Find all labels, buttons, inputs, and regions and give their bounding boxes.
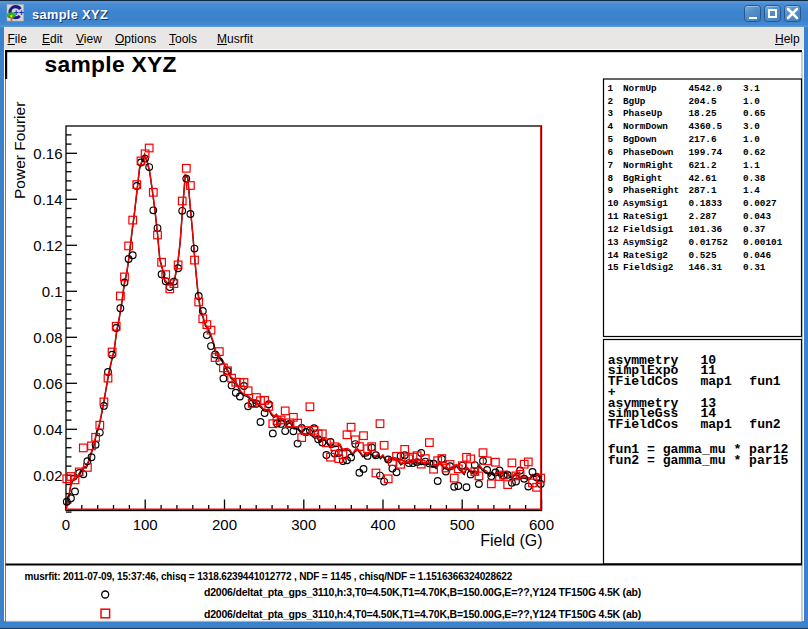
svg-text:map1: map1 <box>700 374 732 389</box>
svg-text:PhaseUp: PhaseUp <box>623 108 663 119</box>
svg-text:fun2: fun2 <box>749 417 781 432</box>
svg-text:15: 15 <box>608 262 620 273</box>
svg-text:400: 400 <box>370 516 395 533</box>
svg-text:13: 13 <box>608 237 620 248</box>
svg-text:d2006/deltat_pta_gps_3110,h:4,: d2006/deltat_pta_gps_3110,h:4,T0=4.50K,T… <box>204 608 641 620</box>
svg-text:Power Fourier: Power Fourier <box>11 102 28 199</box>
svg-text:0.65: 0.65 <box>743 108 766 119</box>
svg-text:AsymSig1: AsymSig1 <box>623 198 668 209</box>
svg-text:4: 4 <box>608 121 614 132</box>
svg-text:BgDown: BgDown <box>623 134 657 145</box>
svg-text:TFieldCos: TFieldCos <box>608 417 679 432</box>
svg-text:NormDown: NormDown <box>623 121 668 132</box>
svg-text:map1: map1 <box>700 417 732 432</box>
svg-text:Field (G): Field (G) <box>480 532 542 549</box>
svg-text:1.0: 1.0 <box>743 134 760 145</box>
svg-text:1: 1 <box>608 83 614 94</box>
svg-text:FieldSig2: FieldSig2 <box>623 262 674 273</box>
svg-text:0.37: 0.37 <box>743 224 765 235</box>
svg-text:5: 5 <box>608 134 614 145</box>
svg-text:0.0027: 0.0027 <box>743 198 777 209</box>
svg-text:1.4: 1.4 <box>743 185 760 196</box>
svg-text:2: 2 <box>608 96 614 107</box>
svg-text:500: 500 <box>450 516 475 533</box>
svg-text:PhaseDown: PhaseDown <box>623 147 674 158</box>
svg-text:fun2 = gamma_mu * par15: fun2 = gamma_mu * par15 <box>608 453 789 468</box>
svg-text:300: 300 <box>291 516 316 533</box>
svg-text:8: 8 <box>608 173 614 184</box>
svg-text:PhaseRight: PhaseRight <box>623 185 679 196</box>
svg-text:217.6: 217.6 <box>689 134 717 145</box>
svg-text:0.14: 0.14 <box>33 191 62 208</box>
svg-text:0.06: 0.06 <box>33 375 62 392</box>
svg-text:1.1: 1.1 <box>743 160 760 171</box>
svg-text:4542.0: 4542.0 <box>689 83 723 94</box>
svg-text:NormUp: NormUp <box>623 83 657 94</box>
svg-text:BgRight: BgRight <box>623 173 662 184</box>
svg-text:7: 7 <box>608 160 614 171</box>
svg-text:621.2: 621.2 <box>689 160 717 171</box>
svg-text:6: 6 <box>608 147 614 158</box>
svg-text:3.1: 3.1 <box>743 83 760 94</box>
svg-text:0.046: 0.046 <box>743 250 771 261</box>
svg-text:sample XYZ: sample XYZ <box>45 51 177 77</box>
svg-text:10: 10 <box>608 198 620 209</box>
svg-text:9: 9 <box>608 185 614 196</box>
svg-text:musrfit: 2011-07-09, 15:37:46,: musrfit: 2011-07-09, 15:37:46, chisq = 1… <box>25 571 513 582</box>
svg-text:TFieldCos: TFieldCos <box>608 374 679 389</box>
svg-text:0.16: 0.16 <box>33 145 62 162</box>
svg-text:0.62: 0.62 <box>743 147 766 158</box>
svg-text:3.0: 3.0 <box>743 121 760 132</box>
svg-text:12: 12 <box>608 224 620 235</box>
svg-text:42.61: 42.61 <box>689 173 717 184</box>
svg-text:AsymSig2: AsymSig2 <box>623 237 668 248</box>
svg-text:199.74: 199.74 <box>689 147 723 158</box>
svg-text:204.5: 204.5 <box>689 96 717 107</box>
svg-text:0.1833: 0.1833 <box>689 198 723 209</box>
svg-text:0.01752: 0.01752 <box>689 237 729 248</box>
svg-text:0: 0 <box>62 516 70 533</box>
svg-text:146.31: 146.31 <box>689 262 723 273</box>
svg-text:RateSig2: RateSig2 <box>623 250 668 261</box>
svg-text:FieldSig1: FieldSig1 <box>623 224 674 235</box>
svg-text:4360.5: 4360.5 <box>689 121 723 132</box>
svg-text:0.31: 0.31 <box>743 262 766 273</box>
svg-text:0.1: 0.1 <box>42 283 63 300</box>
svg-text:101.36: 101.36 <box>689 224 723 235</box>
svg-text:0.02: 0.02 <box>33 467 62 484</box>
svg-text:18.25: 18.25 <box>689 108 717 119</box>
svg-text:0.12: 0.12 <box>33 237 62 254</box>
svg-text:0.00101: 0.00101 <box>743 237 783 248</box>
svg-text:14: 14 <box>608 250 620 261</box>
svg-text:RateSig1: RateSig1 <box>623 211 668 222</box>
svg-text:0.04: 0.04 <box>33 421 62 438</box>
svg-text:BgUp: BgUp <box>623 96 646 107</box>
svg-text:287.1: 287.1 <box>689 185 717 196</box>
svg-text:0.08: 0.08 <box>33 329 62 346</box>
svg-text:0.525: 0.525 <box>689 250 717 261</box>
svg-text:NormRight: NormRight <box>623 160 673 171</box>
svg-text:3: 3 <box>608 108 614 119</box>
svg-text:0.38: 0.38 <box>743 173 766 184</box>
svg-text:d2006/deltat_pta_gps_3110,h:3,: d2006/deltat_pta_gps_3110,h:3,T0=4.50K,T… <box>204 586 641 598</box>
svg-text:2.287: 2.287 <box>689 211 717 222</box>
svg-text:1.0: 1.0 <box>743 96 760 107</box>
svg-text:fun1: fun1 <box>749 374 781 389</box>
svg-text:11: 11 <box>608 211 620 222</box>
svg-text:200: 200 <box>212 516 237 533</box>
svg-text:0.043: 0.043 <box>743 211 771 222</box>
svg-text:600: 600 <box>529 516 554 533</box>
svg-text:100: 100 <box>133 516 158 533</box>
